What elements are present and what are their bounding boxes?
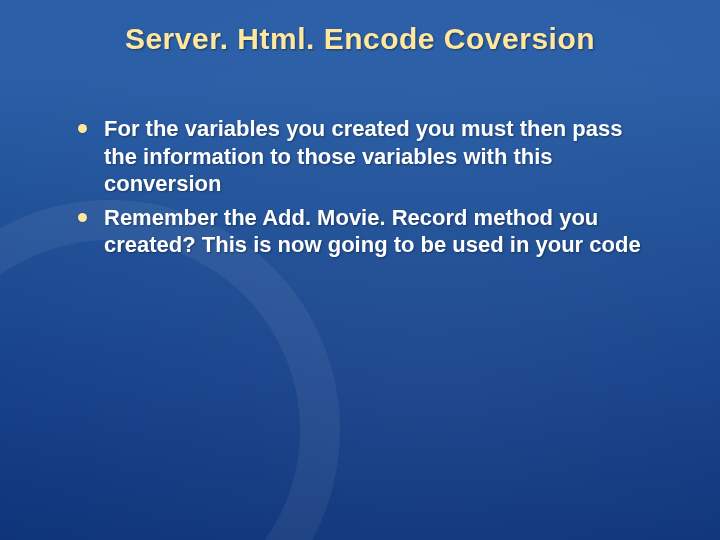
bullet-item: Remember the Add. Movie. Record method y… bbox=[70, 204, 660, 259]
slide-body: For the variables you created you must t… bbox=[70, 115, 660, 265]
bullet-list: For the variables you created you must t… bbox=[70, 115, 660, 259]
slide-title: Server. Html. Encode Coversion bbox=[0, 22, 720, 56]
bullet-item: For the variables you created you must t… bbox=[70, 115, 660, 198]
bullet-text: Remember the Add. Movie. Record method y… bbox=[104, 205, 641, 258]
slide: Server. Html. Encode Coversion For the v… bbox=[0, 0, 720, 540]
bullet-text: For the variables you created you must t… bbox=[104, 116, 622, 196]
